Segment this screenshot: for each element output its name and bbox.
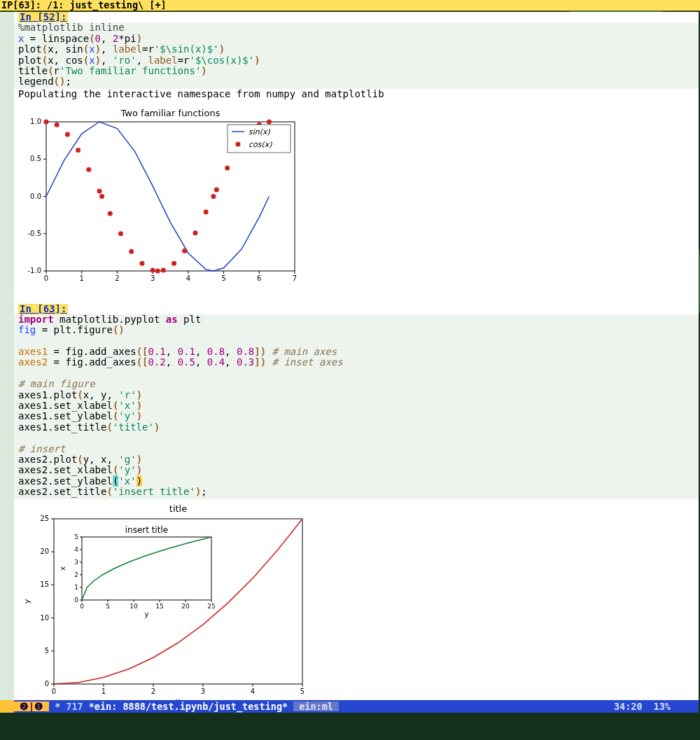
modeline-left-cap bbox=[0, 700, 14, 713]
cell-1-plot: Two familiar functions01234567-1.0-0.50.… bbox=[14, 99, 699, 293]
svg-point-56 bbox=[236, 142, 241, 147]
emacs-frame: IP[63]: /1: just_testing\ [+] In [52]: %… bbox=[0, 0, 700, 740]
svg-text:2: 2 bbox=[151, 687, 155, 695]
svg-text:2: 2 bbox=[74, 571, 78, 578]
cell-1-code[interactable]: %matplotlib inline x = linspace(0, 2*pi)… bbox=[14, 22, 699, 88]
cell-2-plot: title0123450510152025xyinsert title05101… bbox=[14, 499, 699, 707]
svg-text:20: 20 bbox=[40, 547, 49, 555]
svg-point-34 bbox=[99, 194, 104, 199]
svg-text:y: y bbox=[145, 610, 149, 618]
svg-text:4: 4 bbox=[186, 274, 190, 282]
svg-text:1: 1 bbox=[80, 274, 84, 282]
svg-text:0.5: 0.5 bbox=[30, 155, 41, 162]
svg-text:0: 0 bbox=[45, 680, 49, 687]
svg-point-45 bbox=[204, 209, 209, 214]
svg-text:title: title bbox=[169, 503, 187, 514]
svg-text:1.0: 1.0 bbox=[30, 118, 41, 125]
modeline-buffer-name[interactable]: *ein: 8888/test.ipynb/just_testing* bbox=[83, 701, 293, 712]
svg-text:15: 15 bbox=[155, 603, 163, 610]
svg-point-32 bbox=[86, 167, 91, 172]
svg-text:0: 0 bbox=[74, 596, 78, 603]
svg-text:5: 5 bbox=[74, 533, 78, 540]
svg-text:5: 5 bbox=[300, 687, 304, 695]
svg-point-43 bbox=[182, 249, 187, 253]
svg-text:-0.5: -0.5 bbox=[27, 230, 41, 237]
svg-text:0: 0 bbox=[80, 603, 84, 610]
cell-1-header-row: In [52]: bbox=[14, 12, 699, 22]
svg-text:10: 10 bbox=[40, 613, 49, 621]
svg-point-33 bbox=[97, 189, 102, 194]
svg-text:1: 1 bbox=[74, 584, 78, 591]
svg-text:0.0: 0.0 bbox=[30, 193, 41, 200]
svg-text:4: 4 bbox=[74, 546, 78, 553]
svg-text:0: 0 bbox=[44, 274, 48, 282]
svg-point-36 bbox=[118, 231, 123, 236]
modeline-modified: * bbox=[49, 701, 66, 712]
tab-bar[interactable]: IP[63]: /1: just_testing\ [+] bbox=[0, 0, 700, 11]
mode-line[interactable]: ❷|❶ * 717 *ein: 8888/test.ipynb/just_tes… bbox=[14, 700, 699, 713]
spacer bbox=[14, 294, 699, 304]
minibuffer-area[interactable] bbox=[0, 713, 700, 740]
cell-2-header-row: In [63]: bbox=[14, 304, 699, 314]
svg-point-46 bbox=[211, 194, 216, 199]
svg-point-31 bbox=[76, 148, 80, 153]
svg-point-30 bbox=[65, 132, 70, 137]
svg-text:25: 25 bbox=[40, 515, 49, 522]
modeline-position: 34:20 bbox=[608, 701, 648, 712]
svg-text:5: 5 bbox=[45, 646, 49, 654]
modeline-percent: 13% bbox=[648, 701, 676, 712]
svg-text:cos(x): cos(x) bbox=[248, 140, 272, 149]
svg-text:1: 1 bbox=[102, 687, 106, 695]
svg-text:sin(x): sin(x) bbox=[248, 127, 271, 137]
svg-point-47 bbox=[214, 188, 219, 193]
plot-two-familiar-functions: Two familiar functions01234567-1.0-0.50.… bbox=[18, 106, 298, 288]
svg-point-35 bbox=[108, 211, 113, 216]
svg-point-48 bbox=[225, 166, 230, 171]
modeline-minor-mode[interactable]: ein:ml bbox=[293, 701, 339, 712]
svg-text:Two familiar functions: Two familiar functions bbox=[120, 108, 220, 118]
svg-text:insert title: insert title bbox=[125, 525, 169, 535]
svg-point-41 bbox=[161, 268, 166, 273]
svg-text:-1.0: -1.0 bbox=[27, 267, 41, 274]
svg-text:y: y bbox=[22, 599, 31, 603]
svg-point-52 bbox=[267, 120, 272, 125]
svg-text:5: 5 bbox=[221, 274, 225, 282]
fringe bbox=[0, 12, 14, 700]
svg-text:6: 6 bbox=[257, 274, 261, 282]
cell-2-code[interactable]: import matplotlib.pyplot as plt fig = pl… bbox=[14, 314, 699, 499]
cell-2-code-pre: import matplotlib.pyplot as plt fig = pl… bbox=[14, 314, 699, 499]
svg-text:5: 5 bbox=[106, 603, 110, 610]
svg-point-42 bbox=[172, 261, 176, 266]
svg-point-28 bbox=[44, 120, 49, 125]
cell-1-prompt: In [52]: bbox=[18, 12, 68, 22]
svg-point-40 bbox=[155, 269, 160, 274]
modeline-number: 717 bbox=[66, 701, 83, 712]
svg-rect-86 bbox=[82, 537, 211, 600]
svg-text:3: 3 bbox=[150, 274, 155, 282]
svg-text:4: 4 bbox=[251, 687, 255, 695]
modeline-workspace-icons[interactable]: ❷|❶ bbox=[14, 701, 49, 712]
cell-1-stdout: Populating the interactive namespace fro… bbox=[14, 89, 699, 99]
svg-point-38 bbox=[139, 261, 144, 266]
svg-text:15: 15 bbox=[40, 580, 49, 588]
svg-text:2: 2 bbox=[115, 274, 119, 282]
svg-text:0: 0 bbox=[52, 687, 56, 695]
svg-text:20: 20 bbox=[181, 603, 190, 610]
svg-point-37 bbox=[129, 249, 134, 254]
svg-text:3: 3 bbox=[74, 559, 78, 566]
cell-2-prompt: In [63]: bbox=[18, 304, 68, 314]
svg-text:25: 25 bbox=[207, 603, 215, 610]
svg-point-29 bbox=[55, 123, 59, 127]
svg-text:10: 10 bbox=[130, 603, 138, 610]
tab-title[interactable]: IP[63]: /1: just_testing\ [+] bbox=[1, 0, 167, 11]
svg-text:x: x bbox=[59, 566, 66, 571]
cell-1-code-pre: %matplotlib inline x = linspace(0, 2*pi)… bbox=[14, 22, 699, 88]
svg-text:3: 3 bbox=[201, 687, 205, 695]
svg-point-39 bbox=[150, 268, 155, 273]
plot-main-with-inset: title0123450510152025xyinsert title05101… bbox=[15, 503, 316, 702]
svg-point-44 bbox=[193, 230, 198, 235]
buffer-area[interactable]: In [52]: %matplotlib inline x = linspace… bbox=[14, 12, 699, 700]
svg-text:7: 7 bbox=[293, 274, 297, 282]
